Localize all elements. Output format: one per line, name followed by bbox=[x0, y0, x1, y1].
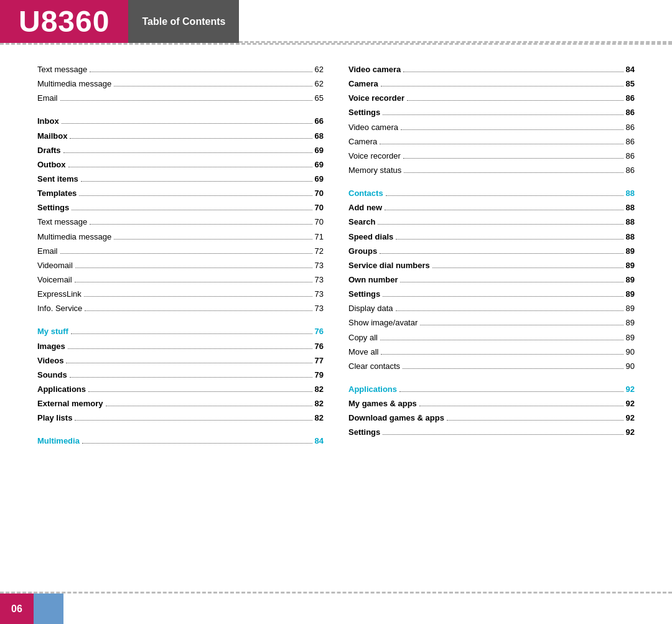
toc-row-label: Mailbox bbox=[37, 130, 67, 142]
toc-row-dots bbox=[75, 420, 312, 421]
toc-row-label: Videos bbox=[37, 355, 63, 367]
toc-row-dots bbox=[60, 100, 312, 101]
toc-row-dots bbox=[90, 72, 312, 72]
toc-row-page: 70 bbox=[315, 202, 324, 214]
toc-row-page: 71 bbox=[315, 231, 324, 243]
toc-row-page: 73 bbox=[315, 259, 324, 272]
toc-row-dots bbox=[447, 420, 623, 421]
toc-row: Camera86 bbox=[348, 136, 635, 148]
toc-row-dots bbox=[60, 253, 312, 254]
toc-row-label: Info. Service bbox=[37, 302, 82, 315]
toc-row-page: 89 bbox=[626, 259, 635, 272]
toc-row-page: 62 bbox=[315, 63, 324, 76]
toc-row-page: 69 bbox=[315, 144, 324, 157]
toc-row: My stuff76 bbox=[37, 325, 324, 338]
toc-row-page: 84 bbox=[315, 435, 324, 447]
toc-row-label: Applications bbox=[37, 383, 86, 396]
toc-row-label: Sent items bbox=[37, 173, 78, 185]
toc-row-dots bbox=[432, 268, 623, 268]
toc-row: Sent items69 bbox=[37, 173, 324, 185]
toc-spacer bbox=[348, 179, 635, 187]
toc-row-label: Add new bbox=[348, 202, 382, 214]
toc-label: Table of Contents bbox=[142, 16, 225, 27]
toc-row: Info. Service73 bbox=[37, 302, 324, 315]
toc-row-page: 86 bbox=[626, 164, 635, 177]
toc-row-label: Videomail bbox=[37, 259, 73, 272]
toc-row: Download games & apps92 bbox=[348, 412, 635, 424]
toc-row: Applications92 bbox=[348, 383, 635, 396]
toc-spacer bbox=[37, 317, 324, 325]
toc-row-page: 86 bbox=[626, 150, 635, 162]
toc-row-dots bbox=[385, 210, 623, 210]
toc-row: Inbox66 bbox=[37, 115, 324, 128]
toc-row-label: Multimedia message bbox=[37, 78, 111, 90]
toc-content: Text message62Multimedia message62Email6… bbox=[0, 45, 672, 468]
toc-row-dots bbox=[106, 406, 312, 406]
toc-row-label: Inbox bbox=[37, 115, 59, 128]
toc-row-label: Images bbox=[37, 340, 65, 353]
toc-row-page: 84 bbox=[626, 63, 635, 76]
right-column: Video camera84Camera85Voice recorder86Se… bbox=[348, 63, 635, 450]
toc-spacer bbox=[37, 106, 324, 115]
toc-row: Templates70 bbox=[37, 187, 324, 200]
toc-row-label: Voicemail bbox=[37, 274, 72, 286]
toc-row-label: Video camera bbox=[348, 63, 401, 76]
toc-row-dots bbox=[386, 195, 623, 196]
toc-row-dots bbox=[70, 138, 312, 139]
toc-row-dots bbox=[378, 224, 623, 225]
toc-row-dots bbox=[71, 333, 312, 334]
toc-row: Outbox69 bbox=[37, 159, 324, 171]
toc-row-page: 86 bbox=[626, 136, 635, 148]
toc-row-label: Move all bbox=[348, 346, 378, 358]
toc-row-label: Voice recorder bbox=[348, 150, 401, 162]
toc-row-label: Display data bbox=[348, 302, 393, 315]
toc-row-page: 89 bbox=[626, 332, 635, 344]
toc-row-label: Multimedia bbox=[37, 435, 80, 447]
toc-row-page: 86 bbox=[626, 106, 635, 119]
toc-row-label: Settings bbox=[37, 202, 69, 214]
toc-row-dots bbox=[396, 239, 623, 240]
toc-row-label: ExpressLink bbox=[37, 288, 82, 300]
toc-row-label: Settings bbox=[348, 106, 380, 119]
toc-row-dots bbox=[399, 391, 623, 392]
header-line bbox=[239, 41, 672, 43]
toc-row-page: 92 bbox=[626, 426, 635, 439]
toc-row-page: 85 bbox=[626, 78, 635, 90]
toc-row-page: 70 bbox=[315, 187, 324, 200]
toc-row-dots bbox=[75, 282, 312, 282]
page-number: 06 bbox=[11, 603, 22, 615]
toc-row-label: My stuff bbox=[37, 325, 68, 338]
toc-row-dots bbox=[404, 172, 623, 173]
toc-row: Voice recorder86 bbox=[348, 150, 635, 162]
page-number-bg: 06 bbox=[0, 594, 34, 624]
toc-row-page: 90 bbox=[626, 346, 635, 358]
toc-row: Service dial numbers89 bbox=[348, 259, 635, 272]
toc-row-page: 66 bbox=[315, 115, 324, 128]
toc-row-label: Templates bbox=[37, 187, 77, 200]
toc-row-page: 82 bbox=[315, 398, 324, 410]
toc-row: Multimedia message71 bbox=[37, 231, 324, 243]
toc-row: Video camera84 bbox=[348, 63, 635, 76]
toc-row-dots bbox=[380, 340, 623, 340]
toc-row-dots bbox=[396, 310, 623, 311]
toc-row-label: Service dial numbers bbox=[348, 259, 430, 272]
toc-row: Video camera86 bbox=[348, 121, 635, 134]
toc-row-dots bbox=[68, 167, 312, 167]
toc-row-label: Applications bbox=[348, 383, 397, 396]
toc-row-dots bbox=[81, 181, 312, 182]
toc-row-dots bbox=[84, 296, 312, 297]
toc-row: Applications82 bbox=[37, 383, 324, 396]
toc-row-label: Play lists bbox=[37, 412, 72, 424]
toc-row: Email65 bbox=[37, 92, 324, 105]
toc-row-dots bbox=[381, 86, 623, 86]
toc-row-label: External memory bbox=[37, 398, 103, 410]
toc-row-page: 89 bbox=[626, 245, 635, 258]
toc-row-dots bbox=[403, 368, 623, 369]
toc-row-page: 69 bbox=[315, 159, 324, 171]
toc-row: Search88 bbox=[348, 216, 635, 228]
toc-row-page: 82 bbox=[315, 412, 324, 424]
toc-row-page: 76 bbox=[315, 340, 324, 353]
toc-row-page: 88 bbox=[626, 216, 635, 228]
toc-row-page: 86 bbox=[626, 92, 635, 105]
toc-row-page: 86 bbox=[626, 121, 635, 134]
